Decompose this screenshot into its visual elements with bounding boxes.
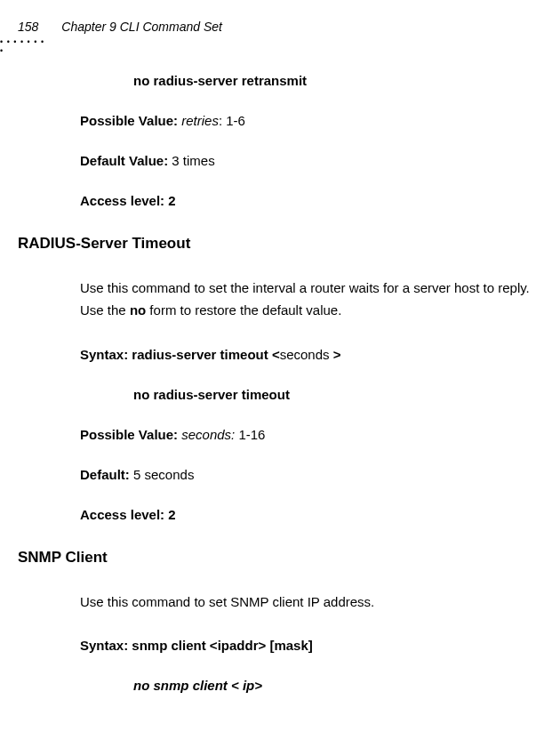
description-part2: form to restore the default value. bbox=[146, 302, 341, 318]
possible-value-param: seconds: bbox=[181, 427, 238, 442]
possible-value-range: : 1-6 bbox=[219, 113, 245, 128]
access-level-label: Access level: 2 bbox=[80, 507, 176, 522]
access-level-label: Access level: 2 bbox=[80, 193, 176, 208]
syntax-label: Syntax: snmp client <ipaddr> [mask] bbox=[80, 638, 313, 653]
default-label: Default: bbox=[80, 467, 133, 482]
page-content: no radius-server retransmit Possible Val… bbox=[0, 73, 544, 693]
page-header: 158 Chapter 9 CLI Command Set bbox=[0, 20, 544, 34]
syntax-label: Syntax: radius-server timeout < bbox=[80, 347, 280, 362]
default-value-label: Default Value: bbox=[80, 153, 172, 168]
default-text: 5 seconds bbox=[133, 467, 194, 482]
snmp-heading: SNMP Client bbox=[18, 549, 535, 567]
snmp-no-form: no snmp client < ip> bbox=[133, 678, 535, 693]
retransmit-no-form: no radius-server retransmit bbox=[133, 73, 535, 88]
possible-value-param: retries bbox=[181, 113, 219, 128]
snmp-description: Use this command to set SNMP client IP a… bbox=[80, 591, 535, 614]
timeout-description: Use this command to set the interval a r… bbox=[80, 277, 535, 322]
possible-value-label: Possible Value: bbox=[80, 113, 181, 128]
timeout-heading: RADIUS-Server Timeout bbox=[18, 235, 535, 253]
possible-value-label: Possible Value: bbox=[80, 427, 181, 442]
syntax-param: seconds bbox=[280, 347, 333, 362]
header-dots: • • • • • • • • bbox=[0, 37, 46, 44]
snmp-syntax: Syntax: snmp client <ipaddr> [mask] bbox=[80, 638, 535, 653]
timeout-access-level: Access level: 2 bbox=[80, 507, 535, 522]
timeout-no-form: no radius-server timeout bbox=[133, 387, 535, 402]
timeout-possible-value: Possible Value: seconds: 1-16 bbox=[80, 427, 535, 442]
chapter-title: Chapter 9 CLI Command Set bbox=[61, 20, 222, 34]
retransmit-default-value: Default Value: 3 times bbox=[80, 153, 535, 168]
syntax-close: > bbox=[333, 347, 341, 362]
retransmit-access-level: Access level: 2 bbox=[80, 193, 535, 208]
timeout-default: Default: 5 seconds bbox=[80, 467, 535, 482]
default-value-text: 3 times bbox=[172, 153, 214, 168]
possible-value-range: 1-16 bbox=[238, 427, 265, 442]
retransmit-possible-value: Possible Value: retries: 1-6 bbox=[80, 113, 535, 128]
description-bold: no bbox=[130, 302, 146, 318]
timeout-syntax: Syntax: radius-server timeout <seconds > bbox=[80, 347, 535, 362]
page-number: 158 bbox=[18, 20, 38, 34]
